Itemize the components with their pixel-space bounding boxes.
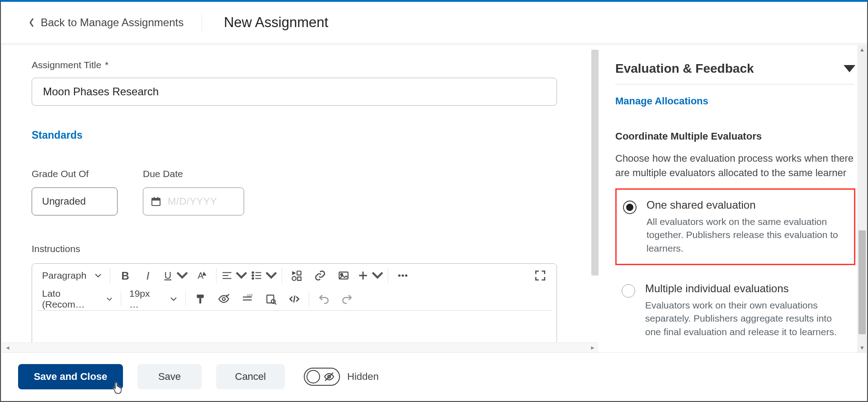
panel-divider xyxy=(615,84,854,84)
radio-description: All evaluators work on the same evaluati… xyxy=(646,215,848,255)
back-link-label: Back to Manage Assignments xyxy=(41,16,184,29)
underline-button[interactable]: U xyxy=(160,266,190,285)
save-and-close-button[interactable]: Save and Close xyxy=(18,364,123,389)
editor-toolbar-row-1: Paragraph B I U A xyxy=(32,264,557,287)
svg-rect-19 xyxy=(297,271,301,275)
header-separator xyxy=(202,13,202,32)
svg-point-27 xyxy=(401,274,404,276)
chevron-down-icon xyxy=(94,273,102,278)
main-form: Assignment Title * Standards Grade Out O… xyxy=(2,45,599,352)
required-marker: * xyxy=(105,60,108,70)
format-painter-button[interactable] xyxy=(189,290,212,308)
hidden-eye-icon xyxy=(324,371,335,382)
save-button[interactable]: Save xyxy=(137,364,202,389)
calendar-icon xyxy=(151,196,161,207)
radio-description: Evaluators work on their own evaluations… xyxy=(645,299,849,338)
svg-rect-30 xyxy=(199,298,201,303)
coordinate-description: Choose how the evaluation process works … xyxy=(615,151,855,180)
radio-input[interactable] xyxy=(623,201,637,214)
bold-button[interactable]: B xyxy=(113,266,137,285)
manage-allocations-link[interactable]: Manage Allocations xyxy=(615,95,708,107)
due-date-field[interactable]: M/D/YYYY xyxy=(143,187,244,215)
list-button[interactable] xyxy=(249,266,279,285)
grade-field[interactable]: Ungraded xyxy=(32,187,118,215)
svg-point-20 xyxy=(292,276,296,280)
svg-point-31 xyxy=(222,297,226,300)
more-actions-button[interactable] xyxy=(391,266,415,285)
radio-input[interactable] xyxy=(622,284,635,298)
scroll-right-icon[interactable]: ► xyxy=(589,344,597,352)
svg-point-28 xyxy=(405,274,407,276)
svg-rect-35 xyxy=(267,295,274,303)
font-family-select[interactable]: Lato (Recom… xyxy=(37,290,118,308)
svg-line-38 xyxy=(294,295,295,302)
chevron-left-icon xyxy=(29,18,34,28)
visibility-toggle[interactable] xyxy=(304,368,340,386)
scrollbar-thumb[interactable] xyxy=(859,230,866,334)
undo-button[interactable] xyxy=(312,290,335,308)
block-format-select[interactable]: Paragraph xyxy=(37,266,107,285)
grade-value: Ungraded xyxy=(42,196,86,207)
visibility-label: Hidden xyxy=(347,371,379,383)
right-pane-scrollbar[interactable]: ▲ ▼ xyxy=(857,45,867,352)
svg-rect-1 xyxy=(152,198,160,201)
panel-header[interactable]: Evaluation & Feedback xyxy=(615,53,855,84)
page-title: New Assignment xyxy=(224,14,328,31)
due-date-placeholder: M/D/YYYY xyxy=(168,196,217,207)
standards-link[interactable]: Standards xyxy=(32,129,82,141)
panel-title: Evaluation & Feedback xyxy=(615,61,754,76)
svg-point-13 xyxy=(252,275,254,276)
radio-multiple-individual-evaluations[interactable]: Multiple individual evaluations Evaluato… xyxy=(615,273,855,347)
svg-text:123: 123 xyxy=(247,293,253,297)
radio-title: Multiple individual evaluations xyxy=(645,282,849,295)
left-pane-bottom-scrollbar[interactable]: ◄ ► xyxy=(2,342,599,352)
coordinate-heading: Coordinate Multiple Evaluators xyxy=(615,131,855,142)
svg-point-26 xyxy=(398,274,401,276)
svg-rect-2 xyxy=(154,197,155,199)
svg-text:U: U xyxy=(164,270,171,281)
svg-marker-18 xyxy=(292,271,296,275)
assignment-title-input[interactable] xyxy=(32,78,557,106)
editor-toolbar-row-2: Lato (Recom… 19px … xyxy=(37,287,552,311)
insert-link-button[interactable] xyxy=(308,266,332,285)
assignment-title-label: Assignment Title * xyxy=(32,60,571,70)
grade-label: Grade Out Of xyxy=(32,168,118,179)
preview-button[interactable] xyxy=(259,290,283,308)
source-code-button[interactable] xyxy=(283,290,306,308)
svg-text:I: I xyxy=(146,270,150,281)
radio-one-shared-evaluation[interactable]: One shared evaluation All evaluators wor… xyxy=(615,188,855,265)
fullscreen-button[interactable] xyxy=(528,266,552,285)
align-button[interactable] xyxy=(219,266,249,285)
cursor-pointer-icon xyxy=(111,381,124,394)
italic-button[interactable]: I xyxy=(137,266,160,285)
cancel-button[interactable]: Cancel xyxy=(216,364,285,389)
instructions-label: Instructions xyxy=(32,243,571,254)
redo-button[interactable] xyxy=(335,290,359,308)
back-link[interactable]: Back to Manage Assignments xyxy=(1,2,202,43)
text-color-button[interactable]: A xyxy=(190,266,213,285)
side-panel: Evaluation & Feedback Manage Allocations… xyxy=(599,45,866,352)
word-count-button[interactable]: 123 xyxy=(236,290,259,308)
footer-bar: Save and Close Save Cancel Hidden xyxy=(2,352,866,400)
scroll-down-icon[interactable]: ▼ xyxy=(857,343,867,352)
radio-title: One shared evaluation xyxy=(646,199,848,211)
scroll-up-icon[interactable]: ▲ xyxy=(857,45,867,54)
svg-text:B: B xyxy=(121,270,129,281)
insert-stuff-button[interactable] xyxy=(285,266,308,285)
accessibility-checker-button[interactable] xyxy=(212,290,236,308)
svg-rect-3 xyxy=(157,197,158,199)
svg-marker-39 xyxy=(844,65,855,72)
scroll-left-icon[interactable]: ◄ xyxy=(4,344,12,352)
rich-text-editor[interactable]: Paragraph B I U A xyxy=(32,263,557,355)
caret-down-icon xyxy=(844,65,855,72)
toggle-knob xyxy=(307,370,320,383)
due-date-label: Due Date xyxy=(143,168,244,179)
svg-rect-29 xyxy=(197,294,203,298)
svg-point-12 xyxy=(252,272,254,273)
insert-more-button[interactable] xyxy=(355,266,385,285)
svg-line-37 xyxy=(275,303,276,304)
insert-image-button[interactable] xyxy=(332,266,355,285)
svg-point-14 xyxy=(252,278,254,279)
font-size-select[interactable]: 19px … xyxy=(124,290,183,308)
svg-rect-21 xyxy=(297,277,301,280)
